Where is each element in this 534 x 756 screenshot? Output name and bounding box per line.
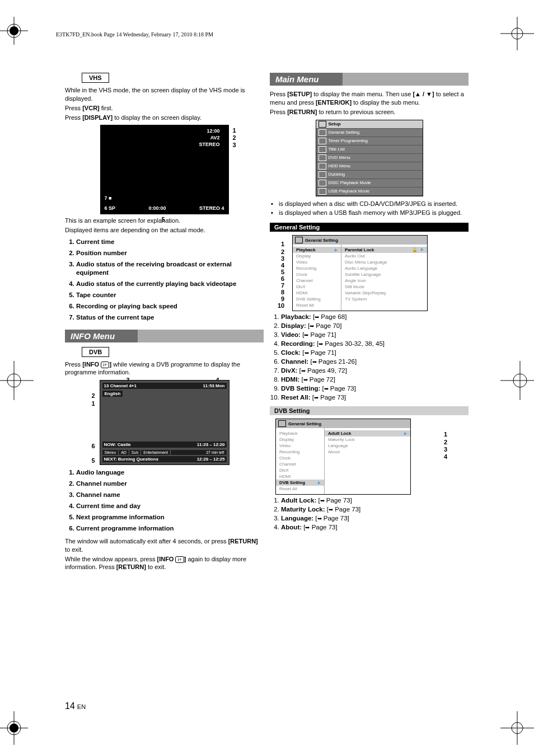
reg-mark-left — [0, 361, 34, 400]
callout-d5: 5 — [92, 457, 95, 464]
reg-mark-bot-left — [0, 711, 34, 745]
main-p1: Press [SETUP] to display the main menu. … — [270, 90, 469, 107]
info-press: Press [INFO i+] while viewing a DVB prog… — [65, 360, 264, 377]
dvb-setting-panel: General Setting PlaybackDisplay VideoRec… — [275, 419, 411, 495]
callout-d6: 6 — [92, 443, 95, 449]
callout-2: 2 — [232, 134, 236, 141]
callout-d2: 2 — [92, 392, 95, 399]
callout-5: 5 — [162, 216, 165, 223]
callout-1: 1 — [232, 127, 236, 134]
callout-d1: 1 — [92, 400, 95, 407]
book-header: E3TK7FD_EN.book Page 14 Wednesday, Febru… — [56, 31, 213, 37]
main-menu-heading: Main Menu — [270, 73, 469, 86]
general-setting-heading: General Setting — [270, 223, 469, 232]
vhs-press-display: Press [DISPLAY] to display the on screen… — [65, 114, 264, 122]
info-menu-heading: INFO Menu — [65, 330, 264, 342]
info-note-1: The window will automatically exit after… — [65, 537, 264, 554]
dvb-refs: Adult Lock: [➥ Page 73] Maturity Lock: [… — [270, 497, 469, 530]
vhs-screen: 12:00 AV2 STEREO 7 ■ 6 SP 0:00:00 STEREO… — [100, 125, 229, 214]
vhs-definitions: Current time Position number Audio statu… — [65, 238, 264, 322]
callout-3: 3 — [232, 142, 236, 148]
vhs-badge: VHS — [82, 73, 109, 83]
vhs-press-vcr: Press [VCR] first. — [65, 104, 264, 112]
info-note-2: While the window appears, press [INFO i+… — [65, 555, 264, 572]
main-p2: Press [RETURN] to return to previous scr… — [270, 108, 469, 116]
vhs-intro: While in the VHS mode, the on screen dis… — [65, 86, 264, 103]
dvb-info-screen: 13 Channel 4+111:53 Mon English NOW: Cas… — [100, 380, 229, 465]
general-setting-panel: General Setting Playback DisplayVideo Re… — [292, 235, 428, 311]
page-number: 14EN — [65, 701, 86, 711]
reg-mark-top-right — [500, 17, 534, 50]
info-definitions: Audio language Channel number Channel na… — [65, 468, 264, 533]
reg-mark-bot-right — [500, 711, 534, 745]
vhs-caption-2: Displayed items are depending on the act… — [65, 226, 264, 234]
dvb-setting-heading: DVB Setting — [270, 406, 469, 415]
main-bullets: is displayed when a disc with CD-DA/VCD/… — [270, 200, 469, 218]
dvb-badge: DVB — [82, 347, 109, 357]
general-refs: Playback: [➥ Page 68] Display: [➥ Page 7… — [270, 313, 469, 401]
setup-menu: Setup General Setting Timer Programming … — [316, 120, 423, 196]
reg-mark-right — [500, 361, 534, 400]
reg-mark-top-left — [0, 17, 34, 50]
